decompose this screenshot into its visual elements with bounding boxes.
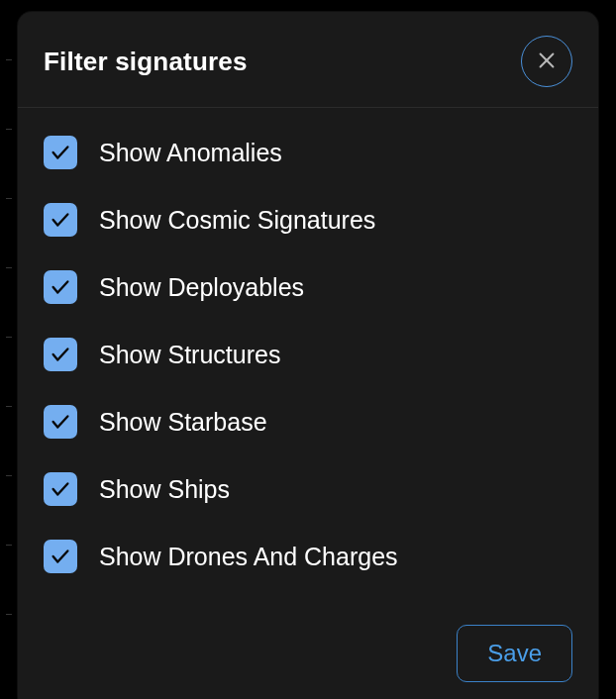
option-label: Show Anomalies: [99, 139, 282, 167]
dialog-header: Filter signatures: [18, 12, 598, 108]
option-label: Show Starbase: [99, 408, 267, 437]
option-label: Show Drones And Charges: [99, 543, 398, 571]
option-label: Show Deployables: [99, 273, 304, 302]
checkbox-checked-icon: [44, 203, 77, 237]
option-label: Show Ships: [99, 475, 230, 504]
checkbox-checked-icon: [44, 136, 77, 169]
checkbox-checked-icon: [44, 270, 77, 304]
checkbox-checked-icon: [44, 472, 77, 506]
dialog-body: Show Anomalies Show Cosmic Signatures Sh…: [18, 108, 598, 617]
close-button[interactable]: [521, 36, 572, 87]
dialog-footer: Save: [18, 617, 598, 699]
option-label: Show Cosmic Signatures: [99, 206, 375, 235]
save-button[interactable]: Save: [457, 625, 572, 682]
option-show-deployables[interactable]: Show Deployables: [44, 270, 572, 304]
checkbox-checked-icon: [44, 540, 77, 573]
option-show-structures[interactable]: Show Structures: [44, 338, 572, 371]
checkbox-checked-icon: [44, 405, 77, 439]
option-show-anomalies[interactable]: Show Anomalies: [44, 136, 572, 169]
background-axis-ticks: [0, 0, 20, 699]
option-show-starbase[interactable]: Show Starbase: [44, 405, 572, 439]
option-show-drones-and-charges[interactable]: Show Drones And Charges: [44, 540, 572, 573]
close-icon: [536, 50, 558, 74]
dialog-title: Filter signatures: [44, 47, 248, 77]
option-show-cosmic-signatures[interactable]: Show Cosmic Signatures: [44, 203, 572, 237]
checkbox-checked-icon: [44, 338, 77, 371]
option-label: Show Structures: [99, 341, 280, 369]
option-show-ships[interactable]: Show Ships: [44, 472, 572, 506]
filter-signatures-dialog: Filter signatures Show Anomalies: [18, 12, 598, 699]
